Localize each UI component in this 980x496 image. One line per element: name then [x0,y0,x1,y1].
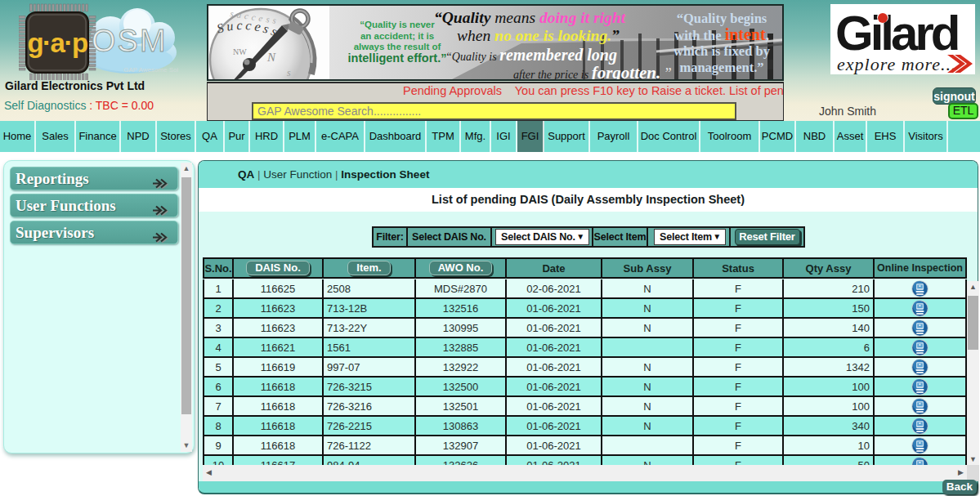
svg-text:g·a·p: g·a·p [27,28,87,58]
svg-text:NW: NW [233,47,247,56]
svg-text:OSM: OSM [92,24,168,58]
svg-text:explore more...: explore more... [837,54,957,74]
svg-text:GAP Awesome Sol: GAP Awesome Sol [123,66,178,74]
svg-text:s: s [287,67,291,78]
svg-text:N: N [266,51,276,64]
svg-text:Gilard: Gilard [835,6,958,60]
